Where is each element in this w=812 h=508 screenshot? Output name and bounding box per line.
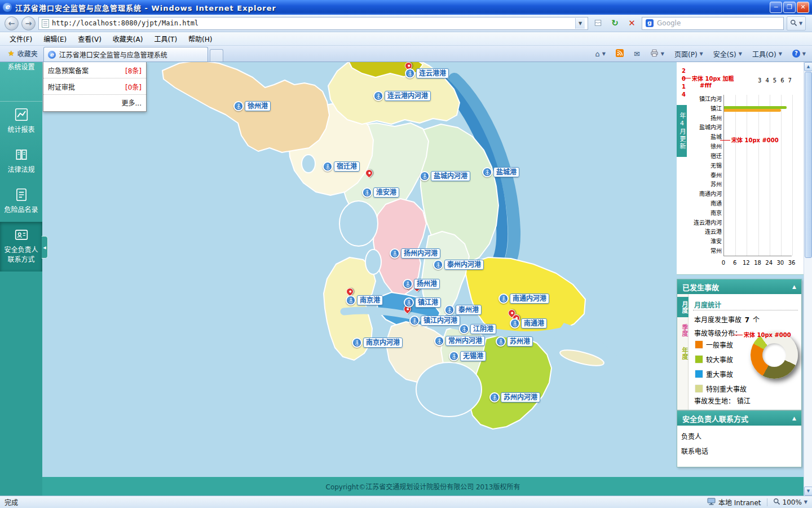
- forward-button[interactable]: →: [21, 16, 36, 30]
- port-marker[interactable]: 无锡港: [449, 351, 486, 361]
- menu-item-3[interactable]: 收藏夹(A): [108, 32, 148, 45]
- port-marker[interactable]: 徐州港: [233, 101, 271, 111]
- menu-item-0[interactable]: 文件(F): [5, 32, 37, 45]
- sidebar-item-label: 系统设置: [4, 63, 39, 72]
- browser-tab-active[interactable]: e 江苏省港口安全监管与应急管理系统: [43, 47, 208, 62]
- tools-menu-button[interactable]: 工具(O)▼: [748, 47, 786, 60]
- sidebar-item-2[interactable]: 法律法规: [0, 142, 42, 182]
- home-button[interactable]: ⌂▼: [591, 48, 609, 60]
- port-marker[interactable]: 苏州港: [496, 336, 533, 347]
- notice-row-0[interactable]: 应急预案备案[8条]: [43, 62, 146, 78]
- stop-icon: ✕: [628, 17, 636, 30]
- anchor-icon: [373, 91, 383, 101]
- stop-button[interactable]: ✕: [625, 16, 639, 30]
- scroll-down-icon[interactable]: ▼: [804, 487, 812, 496]
- sidebar-item-label: 统计报表: [4, 125, 39, 135]
- new-tab-button[interactable]: [210, 49, 223, 62]
- port-marker[interactable]: 泰州港: [444, 305, 482, 315]
- port-label: 徐州港: [245, 101, 271, 111]
- legend-label: 较大事故: [706, 354, 733, 364]
- port-marker[interactable]: 连云港内河港: [373, 91, 431, 101]
- search-input[interactable]: g Google: [642, 17, 784, 30]
- port-marker[interactable]: 扬州内河港: [390, 248, 440, 259]
- accident-panel-header[interactable]: 已发生事故 ▲: [677, 279, 801, 294]
- notice-more-link[interactable]: 更多...: [43, 95, 146, 111]
- menu-item-1[interactable]: 编辑(E): [38, 32, 72, 45]
- chart-top-tick-label: 6: [780, 77, 784, 84]
- port-marker[interactable]: 常州内河港: [434, 336, 485, 346]
- chart-category-label: 南京: [685, 209, 722, 218]
- port-label: 南通内河港: [510, 294, 549, 304]
- port-marker[interactable]: 连云港港: [405, 68, 449, 78]
- port-marker[interactable]: 南京内河港: [352, 338, 403, 348]
- page-scrollbar[interactable]: ▲ ▼: [804, 62, 812, 496]
- address-input[interactable]: http://localhost:8080/yjpt/Main.html ▼: [38, 17, 588, 30]
- port-marker[interactable]: 南通内河港: [498, 294, 549, 304]
- scroll-up-icon[interactable]: ▲: [804, 62, 812, 71]
- port-marker[interactable]: 苏州内河港: [489, 392, 540, 402]
- port-marker[interactable]: 镇江内河港: [409, 316, 460, 326]
- accident-tab-2[interactable]: 年度: [677, 343, 689, 364]
- chart-category-label: 镇江内河: [685, 95, 722, 104]
- close-button[interactable]: ✕: [797, 2, 809, 13]
- port-marker[interactable]: 盐城内河港: [420, 171, 470, 181]
- menu-item-4[interactable]: 工具(T): [149, 32, 182, 45]
- port-marker[interactable]: 盐城港: [482, 167, 519, 177]
- page-menu-label: 页面(P): [674, 49, 698, 59]
- search-button[interactable]: ▼: [787, 16, 806, 30]
- help-button[interactable]: ?▼: [788, 48, 810, 59]
- contact-panel-header[interactable]: 安全负责人联系方式 ▲: [677, 411, 801, 426]
- accident-tab-0[interactable]: 月度: [677, 297, 689, 317]
- sidebar-collapse-handle[interactable]: ◀: [42, 236, 48, 259]
- read-mail-button[interactable]: ✉: [630, 48, 644, 60]
- anchor-icon: [409, 316, 420, 326]
- port-marker[interactable]: 南通港: [510, 318, 547, 329]
- legend-label: 特别重大事故: [706, 384, 747, 393]
- contact-fields: 负责人联系电话: [677, 426, 801, 459]
- contact-collapse-up-icon[interactable]: ▲: [792, 415, 796, 421]
- map-area[interactable]: 连云港港连云港内河港徐州港宿迁港淮安港盐城内河港盐城港扬州内河港泰州内河港扬州港…: [42, 62, 677, 477]
- print-button[interactable]: ▼: [646, 47, 668, 60]
- tab-title: 江苏省港口安全监管与应急管理系统: [59, 50, 167, 59]
- sidebar-item-1[interactable]: 统计报表: [0, 102, 42, 142]
- notice-row-1[interactable]: 附证审批[0条]: [43, 78, 146, 95]
- port-marker[interactable]: 南京港: [346, 295, 383, 305]
- feeds-button[interactable]: [612, 47, 628, 60]
- port-marker[interactable]: 泰州内河港: [433, 260, 484, 270]
- notice-rows: 应急预案备案[8条]附证审批[0条]: [43, 62, 146, 95]
- menu-item-5[interactable]: 帮助(H): [183, 32, 217, 45]
- sidebar-item-0[interactable]: 系统设置: [0, 62, 42, 102]
- refresh-button[interactable]: ↻: [608, 16, 622, 30]
- port-marker[interactable]: 镇江港: [404, 297, 441, 308]
- page-menu-button[interactable]: 页面(P)▼: [670, 47, 707, 60]
- chart-gridline: [747, 95, 747, 256]
- zoom-control[interactable]: 100% ▼: [773, 498, 807, 507]
- summary-suffix: 个: [753, 316, 760, 324]
- port-marker[interactable]: 淮安港: [362, 187, 399, 198]
- footer: Copyright©江苏省交通规划设计院股份有限公司 2013版权所有: [42, 477, 804, 496]
- minimize-button[interactable]: ─: [770, 2, 782, 13]
- port-marker[interactable]: 宿迁港: [323, 161, 360, 172]
- sidebar-item-3[interactable]: 危险品名录: [0, 182, 42, 222]
- safety-menu-button[interactable]: 安全(S)▼: [709, 47, 746, 60]
- status-text: 完成: [5, 497, 18, 507]
- address-dropdown-icon[interactable]: ▼: [575, 18, 585, 29]
- chart-category-label: 盐城: [685, 133, 722, 142]
- collapse-up-icon[interactable]: ▲: [792, 284, 796, 290]
- port-marker[interactable]: 江阴港: [459, 324, 496, 334]
- menu-item-2[interactable]: 查看(V): [73, 32, 107, 45]
- chart-category-label: 苏州: [685, 180, 722, 190]
- accident-tab-1[interactable]: 季度: [677, 320, 689, 340]
- search-options-caret-icon[interactable]: ▼: [799, 21, 802, 26]
- window-controls: ─ ❐ ✕: [770, 2, 809, 13]
- sidebar-item-4[interactable]: 安全负责人联系方式: [0, 222, 42, 271]
- back-button[interactable]: ←: [5, 16, 19, 30]
- sidebar-item-label: 安全负责人联系方式: [4, 246, 39, 265]
- compatibility-view-button[interactable]: [591, 16, 605, 30]
- url-text: http://localhost:8080/yjpt/Main.html: [52, 19, 198, 27]
- monthly-stats-title: 月度统计: [694, 300, 721, 309]
- restore-button[interactable]: ❐: [783, 2, 796, 13]
- port-marker[interactable]: 扬州港: [403, 279, 440, 289]
- favorites-button[interactable]: ★ 收藏夹: [2, 47, 43, 60]
- scrollbar-thumb[interactable]: [805, 72, 812, 258]
